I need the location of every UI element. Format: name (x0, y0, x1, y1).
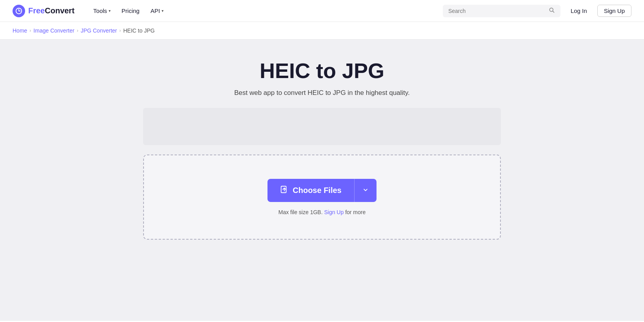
choose-files-wrapper: Choose Files (267, 179, 376, 202)
logo[interactable]: FreeConvert (13, 5, 75, 17)
file-limit-text: Max file size 1GB. Sign Up for more (278, 209, 366, 215)
search-input[interactable] (448, 8, 546, 14)
page-title: HEIC to JPG (260, 58, 384, 83)
ad-banner (143, 108, 501, 145)
file-limit-prefix: Max file size 1GB. (278, 209, 323, 215)
breadcrumb-jpg-converter[interactable]: JPG Converter (81, 27, 117, 34)
page-subtitle: Best web app to convert HEIC to JPG in t… (234, 89, 410, 97)
content-area: HEIC to JPG Best web app to convert HEIC… (134, 40, 510, 321)
login-button[interactable]: Log In (567, 5, 591, 16)
nav-pricing[interactable]: Pricing (117, 4, 144, 17)
chevron-down-icon-api: ▾ (162, 9, 164, 13)
search-bar[interactable] (443, 5, 560, 17)
navbar: FreeConvert Tools ▾ Pricing API ▾ Log In… (0, 0, 644, 22)
nav-api[interactable]: API ▾ (146, 4, 168, 17)
choose-files-label: Choose Files (293, 186, 341, 195)
drop-zone[interactable]: Choose Files Max file size 1GB. Sign Up … (143, 155, 501, 240)
signup-button[interactable]: Sign Up (597, 5, 631, 17)
breadcrumb-separator-2: › (77, 28, 78, 33)
breadcrumb-home[interactable]: Home (13, 27, 27, 34)
nav-right: Log In Sign Up (443, 5, 631, 17)
main-wrapper: HEIC to JPG Best web app to convert HEIC… (0, 40, 644, 321)
breadcrumb-separator-1: › (29, 28, 31, 33)
file-upload-icon (280, 185, 289, 196)
breadcrumb-separator-3: › (119, 28, 121, 33)
file-limit-suffix: for more (345, 209, 366, 215)
logo-icon (13, 5, 25, 17)
chevron-down-icon: ▾ (109, 9, 111, 13)
nav-tools[interactable]: Tools ▾ (89, 4, 115, 17)
nav-links: Tools ▾ Pricing API ▾ (89, 4, 443, 17)
file-limit-signup-link[interactable]: Sign Up (324, 209, 344, 215)
breadcrumb-current: HEIC to JPG (123, 27, 155, 34)
breadcrumb: Home › Image Converter › JPG Converter ›… (0, 22, 644, 40)
breadcrumb-image-converter[interactable]: Image Converter (33, 27, 74, 34)
chevron-down-icon-dropdown (362, 187, 369, 195)
svg-line-2 (553, 11, 554, 13)
logo-text-free: Free (28, 6, 45, 15)
logo-text-convert: Convert (45, 6, 75, 15)
choose-files-button[interactable]: Choose Files (267, 179, 354, 202)
search-icon (549, 7, 555, 15)
choose-files-dropdown-button[interactable] (355, 179, 377, 202)
